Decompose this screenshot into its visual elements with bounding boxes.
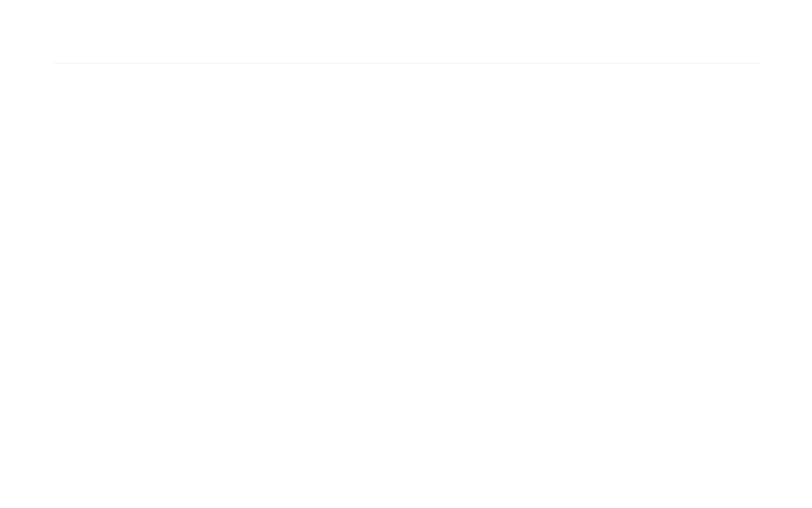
page [0, 0, 812, 64]
window-traffic-lights [12, 11, 47, 19]
template-tabbar [54, 46, 761, 64]
page-header [54, 0, 761, 35]
minimize-button[interactable] [26, 11, 33, 19]
zoom-button[interactable] [40, 11, 47, 19]
close-button[interactable] [12, 11, 19, 19]
